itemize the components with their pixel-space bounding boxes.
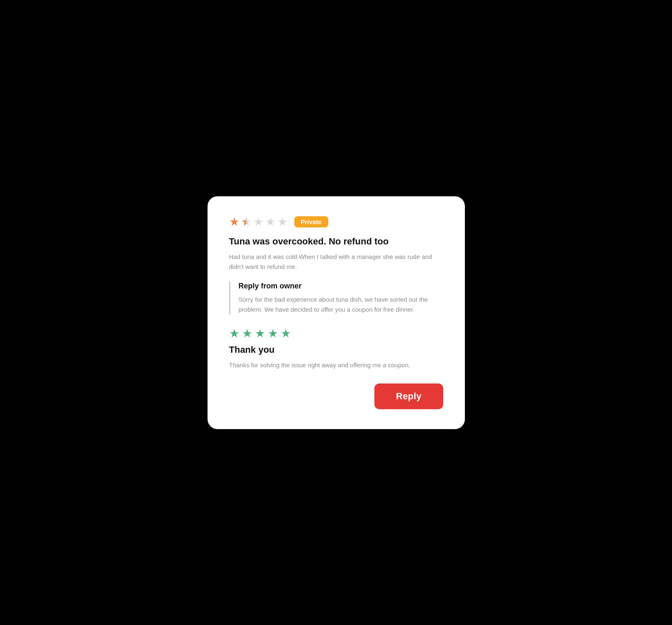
star-4: ★: [265, 216, 276, 228]
star-g4: ★: [268, 328, 278, 339]
star-2: ★ ★: [241, 216, 252, 228]
second-review-title: Thank you: [229, 344, 443, 355]
star-5: ★: [277, 216, 288, 228]
reply-button[interactable]: Reply: [374, 383, 443, 409]
private-badge: Private: [294, 216, 328, 227]
second-review-stars: ★ ★ ★ ★ ★: [229, 328, 443, 339]
owner-reply-body: Sorry for the bad experience about tuna …: [239, 295, 443, 315]
reply-button-container: Reply: [229, 383, 443, 409]
review-card: ★ ★ ★ ★ ★ ★ Private Tuna was overcooked.…: [208, 196, 465, 429]
first-review-title: Tuna was overcooked. No refund too: [229, 236, 443, 247]
owner-reply-title: Reply from owner: [239, 282, 443, 291]
star-g5: ★: [281, 328, 291, 339]
star-1: ★: [229, 216, 239, 228]
owner-reply-block: Reply from owner Sorry for the bad exper…: [229, 282, 443, 315]
first-review-stars: ★ ★ ★ ★ ★ ★: [229, 216, 288, 228]
star-3: ★: [253, 216, 264, 228]
first-review-body: Had tuna and it was cold.When I talked w…: [229, 252, 443, 272]
star-g1: ★: [229, 328, 239, 339]
star-g2: ★: [242, 328, 252, 339]
star-g3: ★: [255, 328, 265, 339]
second-review-body: Thanks for solving the issue right away …: [229, 360, 443, 370]
first-review-header: ★ ★ ★ ★ ★ ★ Private: [229, 216, 443, 228]
